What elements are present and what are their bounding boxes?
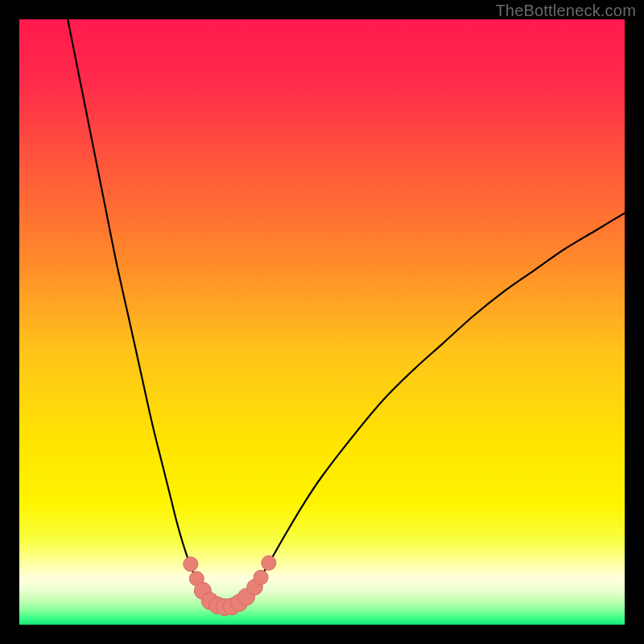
marker-dot — [262, 555, 276, 570]
curve-markers — [184, 555, 276, 615]
marker-dot — [254, 570, 268, 584]
plot-frame — [19, 19, 625, 625]
curves-layer — [19, 19, 625, 625]
plot-area — [19, 19, 625, 625]
marker-dot — [184, 557, 198, 572]
bottleneck-curve — [68, 19, 625, 607]
bottleneck-path — [68, 19, 625, 607]
watermark-text: TheBottleneck.com — [495, 2, 636, 20]
